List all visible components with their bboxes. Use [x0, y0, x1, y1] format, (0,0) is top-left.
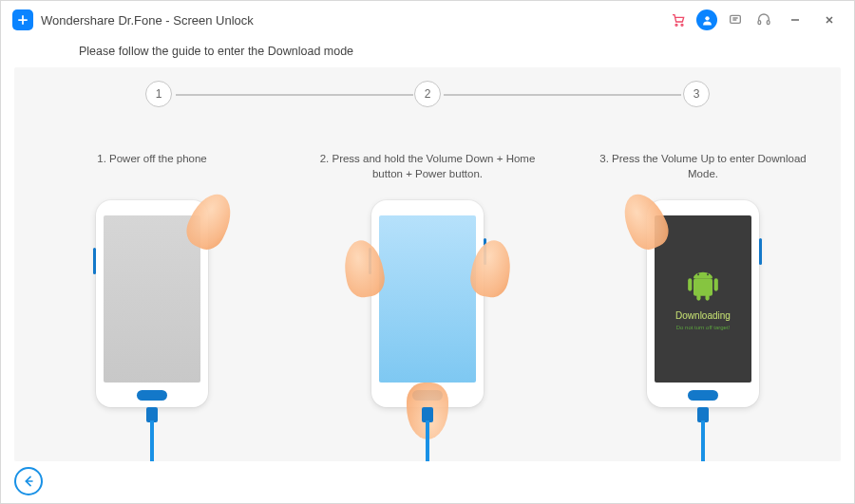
svg-point-11	[697, 273, 699, 275]
phone-illustration-1	[14, 191, 290, 461]
step-badge-2: 2	[414, 81, 441, 107]
home-button-icon	[137, 390, 167, 401]
phone-illustration-2	[290, 191, 565, 461]
stepper: 1 2 3	[14, 79, 841, 145]
svg-rect-5	[767, 21, 770, 25]
usb-cable-icon	[145, 407, 159, 461]
step-caption-3: 3. Press the Volume Up to enter Download…	[565, 151, 841, 181]
step-badge-1: 1	[145, 81, 172, 107]
svg-point-1	[681, 24, 683, 26]
volume-button-icon	[759, 238, 762, 265]
cart-icon[interactable]	[668, 9, 689, 30]
svg-rect-10	[706, 294, 710, 301]
minimize-button[interactable]	[782, 7, 808, 33]
account-icon[interactable]	[696, 9, 717, 30]
svg-point-0	[675, 24, 677, 26]
usb-cable-icon	[696, 407, 710, 461]
step-caption-2: 2. Press and hold the Volume Down + Home…	[290, 151, 565, 181]
stepper-line	[444, 94, 681, 96]
svg-rect-6	[694, 278, 712, 295]
svg-point-12	[707, 273, 709, 275]
close-button[interactable]	[816, 7, 843, 33]
guide-heading: Please follow the guide to enter the Dow…	[79, 45, 854, 58]
svg-rect-9	[696, 294, 700, 301]
support-icon[interactable]	[753, 9, 774, 30]
svg-rect-4	[758, 21, 761, 25]
arrow-left-icon	[21, 474, 36, 489]
home-button-icon	[688, 390, 718, 401]
feedback-icon[interactable]	[725, 9, 746, 30]
step-captions: 1. Power off the phone 2. Press and hold…	[14, 151, 841, 181]
content-panel: 1 2 3 1. Power off the phone 2. Press an…	[14, 67, 841, 461]
svg-rect-7	[688, 278, 692, 290]
phone-illustration-3: Downloading Do not turn off target!	[565, 191, 841, 461]
step-caption-1: 1. Power off the phone	[14, 151, 290, 181]
svg-rect-8	[714, 278, 718, 290]
titlebar: Wondershare Dr.Fone - Screen Unlock	[1, 1, 854, 39]
stepper-line	[176, 94, 413, 96]
usb-cable-icon	[421, 407, 434, 461]
download-sublabel: Do not turn off target!	[676, 325, 731, 330]
volume-button-icon	[93, 248, 96, 274]
phones-row: Downloading Do not turn off target!	[14, 191, 841, 461]
android-icon	[684, 269, 722, 301]
download-label: Downloading	[675, 310, 731, 321]
svg-rect-3	[731, 15, 741, 23]
app-logo-icon	[12, 9, 33, 30]
back-button[interactable]	[14, 467, 43, 495]
app-title: Wondershare Dr.Fone - Screen Unlock	[41, 13, 254, 28]
svg-point-2	[705, 16, 709, 20]
step-badge-3: 3	[683, 81, 710, 107]
